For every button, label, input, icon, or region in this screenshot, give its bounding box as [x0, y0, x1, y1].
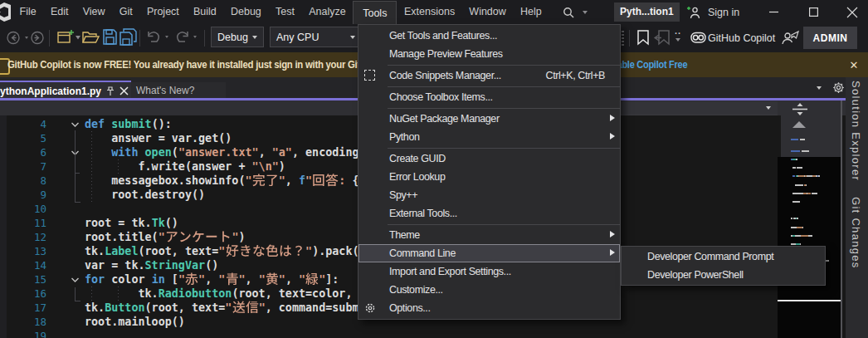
menu-item-get-tools-and-features[interactable]: Get Tools and Features...	[358, 27, 620, 45]
send-feedback-icon[interactable]	[781, 30, 799, 47]
menubar-item-edit[interactable]: Edit	[43, 0, 76, 24]
cjk-glyph	[165, 230, 178, 244]
indent-guide	[91, 287, 92, 301]
cjk-glyph	[325, 174, 339, 188]
new-project-icon[interactable]	[56, 29, 80, 47]
menu-item-choose-toolbox-items[interactable]: Choose Toolbox Items...	[358, 88, 620, 106]
menu-item-python[interactable]: Python	[358, 128, 620, 146]
cjk-glyph	[279, 244, 292, 258]
menu-item-import-and-export-settings[interactable]: Import and Export Settings...	[358, 262, 620, 281]
outline-bracket	[75, 202, 80, 203]
code-text: root = tk.Tk()	[85, 216, 178, 230]
toolbar-drag-grip[interactable]	[622, 31, 624, 46]
cjk-glyph	[305, 272, 319, 287]
menu-item-nuget-package-manager[interactable]: NuGet Package Manager	[358, 110, 620, 128]
menu-item-code-snippets-manager[interactable]: Code Snippets Manager...Ctrl+K, Ctrl+B	[358, 66, 620, 85]
undo-redo-icons[interactable]	[146, 30, 199, 45]
line-number: 4	[40, 117, 46, 131]
tab-whats-new[interactable]: What's New?	[131, 82, 226, 98]
code-snippets-icon	[364, 70, 375, 81]
menu-separator	[388, 86, 620, 87]
menu-item-options[interactable]: Options...	[358, 299, 620, 317]
close-tab-icon[interactable]	[119, 86, 129, 96]
menubar-item-extensions[interactable]: Extensions	[397, 0, 461, 24]
submenu-item-developer-powershell[interactable]: Developer PowerShell	[622, 266, 825, 284]
menu-item-create-guid[interactable]: Create GUID	[358, 149, 620, 168]
menu-item-manage-preview-features[interactable]: Manage Preview Features	[358, 45, 620, 63]
chevron-down-icon	[766, 106, 771, 110]
menu-item-label: Theme	[389, 229, 420, 241]
menu-item-label: Error Lookup	[389, 171, 445, 183]
github-copilot-icon[interactable]	[690, 29, 707, 46]
bookmark-prev-icon[interactable]	[654, 30, 671, 46]
document-list-chevron-icon[interactable]	[817, 86, 822, 90]
menubar-item-view[interactable]: View	[76, 0, 112, 24]
menu-item-label: Code Snippets Manager...	[389, 70, 501, 81]
info-bar-close-icon[interactable]: ✕	[841, 52, 866, 77]
menu-item-external-tools[interactable]: External Tools...	[358, 204, 620, 223]
platform-dropdown[interactable]: Any CPU	[270, 27, 362, 47]
save-all-icon[interactable]	[119, 28, 137, 46]
code-text: root.title("")	[85, 230, 246, 244]
github-copilot-label[interactable]: GitHub Copilot	[708, 32, 775, 44]
line-number: 19	[34, 329, 46, 338]
save-icon[interactable]	[103, 29, 117, 45]
maximize-button[interactable]	[794, 0, 832, 24]
submenu-arrow-icon	[610, 133, 615, 140]
line-number: 7	[40, 159, 46, 174]
scrollbar-minimap[interactable]	[781, 100, 841, 338]
tabstrip-gear-icon[interactable]	[832, 81, 845, 94]
git-changes-tab[interactable]: Git Changes	[850, 197, 862, 269]
menubar-item-help[interactable]: Help	[513, 0, 549, 24]
minimize-button[interactable]	[754, 0, 792, 24]
close-window-button[interactable]	[833, 0, 868, 24]
menu-item-label: Import and Export Settings...	[389, 266, 511, 277]
menubar-item-test[interactable]: Test	[268, 0, 301, 24]
minimap-caret-line	[778, 300, 841, 301]
visual-studio-logo-icon	[0, 4, 11, 20]
solution-explorer-tab[interactable]: Solution Explorer	[850, 81, 862, 181]
panel-splitter[interactable]	[841, 100, 842, 338]
minimap-line-mark	[808, 235, 812, 237]
solution-name-button[interactable]: Pyth...tion1	[614, 2, 680, 22]
navigate-backward-forward-icons[interactable]	[7, 31, 43, 45]
minimap-line-mark	[797, 167, 802, 169]
sign-in-button[interactable]: Sign in	[687, 0, 739, 24]
search-control[interactable]	[563, 0, 588, 24]
outline-bracket	[75, 173, 80, 174]
search-dropdown-chevron-icon[interactable]	[583, 11, 588, 14]
code-text: tk.Label(root, text="").pack()	[85, 244, 366, 258]
menu-item-theme[interactable]: Theme	[358, 226, 620, 244]
menu-item-spy[interactable]: Spy++	[358, 186, 620, 204]
debug-configuration-dropdown[interactable]: Debug	[211, 27, 264, 47]
submenu-item-label: Developer Command Prompt	[647, 251, 773, 262]
menubar-item-analyze[interactable]: Analyze	[302, 0, 354, 24]
menubar-item-debug[interactable]: Debug	[223, 0, 268, 24]
info-bar-message: GitHub Copilot is now FREE! You already …	[7, 52, 417, 77]
code-line[interactable]: 19	[0, 329, 781, 338]
cjk-glyph	[252, 244, 266, 258]
menubar-item-git[interactable]: Git	[112, 0, 139, 24]
menubar-item-project[interactable]: Project	[139, 0, 186, 24]
tab-python-application[interactable]: PythonApplication1.py	[0, 81, 131, 99]
menubar-item-build[interactable]: Build	[186, 0, 223, 24]
split-editor-handle-icon[interactable]	[792, 103, 808, 116]
toolbar-overflow-button[interactable]: ..	[671, 27, 685, 42]
scroll-up-arrow-icon[interactable]	[792, 121, 806, 128]
menubar-item-file[interactable]: File	[12, 0, 43, 24]
admin-button[interactable]: ADMIN	[803, 27, 857, 49]
submenu-item-developer-command-prompt[interactable]: Developer Command Prompt	[622, 247, 825, 266]
menubar-item-tools[interactable]: Tools	[353, 1, 397, 24]
title-bar: FileEditViewGitProjectBuildDebugTestAnal…	[0, 0, 868, 24]
menu-item-customize[interactable]: Customize...	[358, 281, 620, 299]
menu-item-error-lookup[interactable]: Error Lookup	[358, 168, 620, 186]
bookmark-icon[interactable]	[636, 30, 650, 46]
minimap-line-mark	[797, 218, 797, 219]
menu-item-command-line[interactable]: Command Line	[358, 244, 620, 262]
menubar-item-window[interactable]: Window	[462, 0, 514, 24]
tab-label: What's New?	[136, 85, 194, 96]
pin-tab-icon[interactable]	[105, 86, 115, 96]
minimap-line-mark	[806, 184, 807, 186]
open-folder-icon[interactable]	[82, 29, 99, 46]
cjk-glyph	[266, 272, 279, 287]
